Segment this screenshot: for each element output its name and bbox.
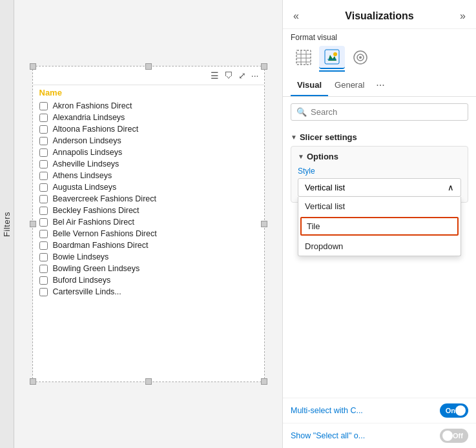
selectall-toggle-button[interactable]: Off (440, 429, 468, 443)
tab-more[interactable]: ··· (373, 74, 387, 96)
svg-point-7 (333, 52, 337, 56)
style-label: Style (298, 167, 461, 176)
list-item-checkbox[interactable] (39, 241, 48, 250)
list-item[interactable]: Anderson Lindseys (33, 135, 264, 147)
expand-button[interactable]: » (457, 9, 468, 23)
filters-label: Filters (2, 212, 12, 237)
slicer-widget: ☰ ⛉ ⤢ ··· Name Akron Fashions DirectAlex… (32, 66, 265, 382)
style-dropdown-button[interactable]: Vertical list ∧ (298, 178, 461, 197)
tab-general[interactable]: General (328, 75, 371, 96)
collapse-button[interactable]: « (291, 9, 302, 23)
settings-section: ▼ Slicer settings ▼ Options Style Vertic… (283, 127, 476, 398)
selectall-label: Show "Select all" o... (291, 431, 440, 440)
list-item[interactable]: Cartersville Linds... (33, 286, 264, 298)
list-item-label: Boardman Fashions Direct (53, 241, 149, 250)
format-label: Format visual (291, 33, 468, 42)
paint-format-button[interactable] (319, 46, 345, 69)
tab-visual[interactable]: Visual (291, 75, 328, 96)
list-item[interactable]: Beckley Fashions Direct (33, 205, 264, 216)
settings-chevron: ▼ (291, 134, 297, 141)
toggle-knob-off (442, 431, 453, 441)
panel-title: Visualizations (345, 10, 413, 22)
list-item[interactable]: Bowling Green Lindseys (33, 263, 264, 274)
list-item[interactable]: Buford Lindseys (33, 274, 264, 286)
list-item-label: Bel Air Fashions Direct (53, 218, 134, 227)
toggle-row-selectall: Show "Select all" o... Off (283, 423, 476, 448)
filter-icon[interactable]: ⛉ (224, 70, 233, 81)
list-item-label: Anderson Lindseys (53, 136, 121, 145)
options-chevron: ▼ (298, 153, 304, 160)
panel-nav-icons: « (291, 9, 302, 23)
list-item-checkbox[interactable] (39, 183, 48, 192)
toggle-on-label: On (446, 407, 455, 414)
list-item[interactable]: Annapolis Lindseys (33, 147, 264, 158)
list-item-label: Asheville Lindseys (53, 159, 119, 168)
svg-rect-6 (325, 50, 339, 64)
list-item[interactable]: Akron Fashions Direct (33, 100, 264, 112)
panel-header: « Visualizations » (283, 0, 476, 29)
list-item-checkbox[interactable] (39, 114, 48, 122)
style-dropdown: Vertical list ∧ Vertical list Tile Dropd… (298, 178, 461, 197)
list-item-checkbox[interactable] (39, 207, 48, 215)
slicer-settings-label: Slicer settings (300, 132, 357, 142)
multiselect-label: Multi-select with C... (291, 406, 440, 415)
list-item[interactable]: Asheville Lindseys (33, 158, 264, 170)
list-item-label: Akron Fashions Direct (53, 101, 132, 110)
expand-icon[interactable]: ⤢ (238, 70, 246, 81)
list-item-checkbox[interactable] (39, 230, 48, 238)
list-item-checkbox[interactable] (39, 125, 48, 134)
more-options-icon[interactable]: ··· (251, 70, 259, 81)
slicer-toolbar: ☰ ⛉ ⤢ ··· (33, 66, 264, 85)
slicer-settings-header[interactable]: ▼ Slicer settings (291, 127, 468, 146)
list-item-checkbox[interactable] (39, 172, 48, 180)
dropdown-item-tile[interactable]: Tile (300, 217, 459, 236)
search-box: 🔍 (291, 103, 468, 121)
list-item[interactable]: Athens Lindseys (33, 170, 264, 181)
list-item[interactable]: Boardman Fashions Direct (33, 239, 264, 251)
list-item[interactable]: Bowie Lindseys (33, 251, 264, 263)
list-item-checkbox[interactable] (39, 288, 48, 296)
list-item-label: Alexandria Lindseys (53, 113, 125, 122)
format-section: Format visual (283, 29, 476, 72)
list-item[interactable]: Beavercreek Fashions Direct (33, 193, 264, 205)
list-item-checkbox[interactable] (39, 265, 48, 273)
right-panel: « Visualizations » Format visual (282, 0, 476, 448)
list-item[interactable]: Alexandria Lindseys (33, 112, 264, 123)
slicer-list[interactable]: Akron Fashions DirectAlexandria Lindseys… (33, 99, 264, 382)
list-item-label: Bowie Lindseys (53, 252, 109, 261)
analytics-format-button[interactable] (347, 46, 373, 69)
style-dropdown-menu: Vertical list Tile Dropdown (298, 197, 461, 256)
list-item-label: Cartersville Linds... (53, 287, 121, 296)
list-item[interactable]: Belle Vernon Fashions Direct (33, 228, 264, 239)
filters-tab[interactable]: Filters (0, 0, 14, 448)
list-item[interactable]: Bel Air Fashions Direct (33, 216, 264, 228)
chevron-up-icon: ∧ (448, 183, 454, 192)
list-item-label: Belle Vernon Fashions Direct (53, 229, 157, 238)
dropdown-item-vertical[interactable]: Vertical list (298, 197, 460, 216)
list-item-label: Augusta Lindseys (53, 183, 117, 192)
vis-tabs: Visual General ··· (283, 74, 476, 97)
list-item-checkbox[interactable] (39, 195, 48, 203)
list-item-checkbox[interactable] (39, 148, 48, 157)
selectall-toggle[interactable]: Off (440, 429, 468, 443)
options-label: Options (307, 152, 338, 161)
dropdown-item-dropdown[interactable]: Dropdown (298, 237, 460, 256)
list-item-checkbox[interactable] (39, 218, 48, 227)
left-panel: ☰ ⛉ ⤢ ··· Name Akron Fashions DirectAlex… (14, 0, 282, 448)
list-item-checkbox[interactable] (39, 137, 48, 145)
table-format-button[interactable] (291, 46, 316, 69)
multiselect-toggle[interactable]: On (440, 403, 468, 418)
search-input[interactable] (311, 107, 462, 117)
search-icon: 🔍 (296, 107, 307, 117)
list-item-checkbox[interactable] (39, 160, 48, 168)
options-header[interactable]: ▼ Options (298, 152, 461, 161)
list-item[interactable]: Altoona Fashions Direct (33, 123, 264, 135)
list-item-label: Annapolis Lindseys (53, 148, 123, 157)
list-item-checkbox[interactable] (39, 253, 48, 261)
list-item[interactable]: Augusta Lindseys (33, 181, 264, 193)
multiselect-toggle-button[interactable]: On (440, 403, 468, 418)
list-item-checkbox[interactable] (39, 102, 48, 110)
hamburger-icon[interactable]: ☰ (211, 70, 219, 81)
list-item-checkbox[interactable] (39, 276, 48, 285)
list-item-label: Altoona Fashions Direct (53, 125, 139, 134)
